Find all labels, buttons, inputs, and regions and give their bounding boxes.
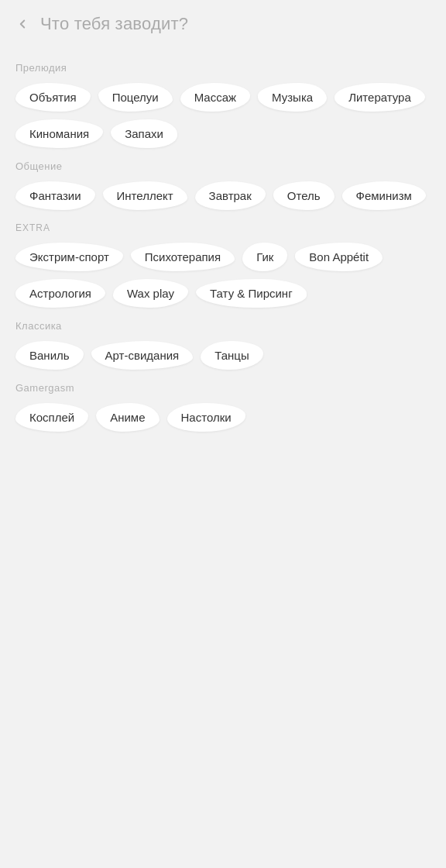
section-label-preludia: Прелюдия xyxy=(15,62,431,74)
tag-[interactable]: Психотерапия xyxy=(131,243,235,271)
tag-[interactable]: Интеллект xyxy=(103,181,187,210)
section-label-klassika: Классика xyxy=(15,320,431,332)
tag--[interactable]: Арт-свидания xyxy=(91,341,194,370)
header: Что тебя заводит? xyxy=(0,0,446,42)
tag-[interactable]: Астрология xyxy=(15,279,105,308)
tag-[interactable]: Отель xyxy=(273,181,334,210)
tag-[interactable]: Поцелуи xyxy=(98,83,173,112)
tag-[interactable]: Литература xyxy=(334,83,425,112)
tag-[interactable]: Объятия xyxy=(15,83,91,112)
tags-row-preludia: ОбъятияПоцелуиМассажМузыкаЛитератураКино… xyxy=(15,83,431,148)
back-icon xyxy=(15,17,29,31)
tag-[interactable]: Аниме xyxy=(96,403,159,432)
tag--[interactable]: Экстрим-спорт xyxy=(15,243,123,271)
tag-[interactable]: Массаж xyxy=(180,83,250,112)
tag-bon-apptit[interactable]: Bon Appétit xyxy=(295,243,383,271)
content: ПрелюдияОбъятияПоцелуиМассажМузыкаЛитера… xyxy=(0,42,446,461)
tag-[interactable]: Завтрак xyxy=(195,181,266,210)
tag-[interactable]: Косплей xyxy=(15,403,88,432)
section-extra: EXTRAЭкстрим-спортПсихотерапияГикBon App… xyxy=(15,222,431,308)
tag-[interactable]: Фантазии xyxy=(15,181,95,210)
section-label-obshenie: Общение xyxy=(15,160,431,172)
tag-[interactable]: Киномания xyxy=(15,119,103,148)
back-button[interactable] xyxy=(12,14,33,34)
section-obshenie: ОбщениеФантазииИнтеллектЗавтракОтельФеми… xyxy=(15,160,431,210)
tag-[interactable]: Настолки xyxy=(167,403,245,432)
tag---[interactable]: Тату & Пирсинг xyxy=(196,279,307,308)
tag-[interactable]: Гик xyxy=(242,243,287,271)
tag-[interactable]: Танцы xyxy=(201,341,263,370)
section-label-extra: EXTRA xyxy=(15,222,431,233)
page-title: Что тебя заводит? xyxy=(40,14,188,34)
section-label-gamergasm: Gamergasm xyxy=(15,382,431,394)
section-klassika: КлассикаВанильАрт-свиданияТанцы xyxy=(15,320,431,370)
tags-row-obshenie: ФантазииИнтеллектЗавтракОтельФеминизм xyxy=(15,181,431,210)
tag-[interactable]: Ваниль xyxy=(15,341,84,370)
tag-wax-play[interactable]: Wax play xyxy=(113,279,188,308)
tag-[interactable]: Запахи xyxy=(111,119,177,148)
tag-[interactable]: Музыка xyxy=(258,83,327,112)
section-preludia: ПрелюдияОбъятияПоцелуиМассажМузыкаЛитера… xyxy=(15,62,431,148)
tag-[interactable]: Феминизм xyxy=(342,181,426,210)
tags-row-extra: Экстрим-спортПсихотерапияГикBon AppétitА… xyxy=(15,243,431,308)
tags-row-klassika: ВанильАрт-свиданияТанцы xyxy=(15,341,431,370)
section-gamergasm: GamergasmКосплейАнимеНастолки xyxy=(15,382,431,432)
tags-row-gamergasm: КосплейАнимеНастолки xyxy=(15,403,431,432)
